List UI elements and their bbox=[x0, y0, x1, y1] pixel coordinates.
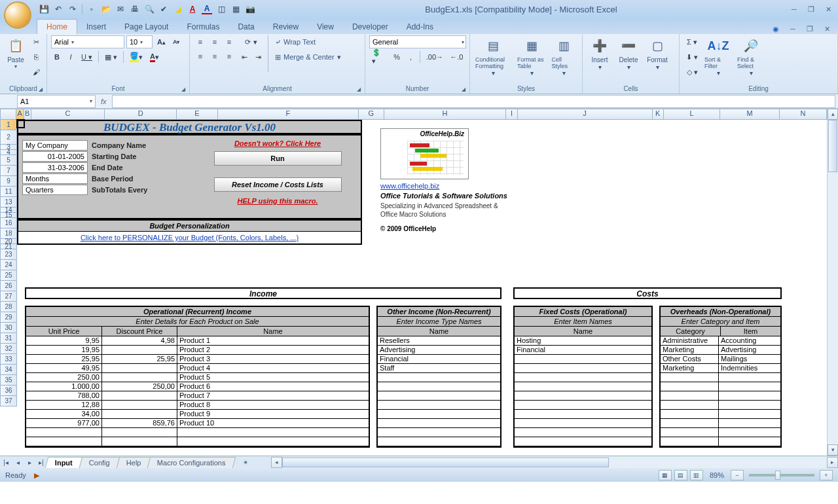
spreadsheet-grid[interactable]: ABCDEFGHIJKLMN 1234579111314151618202123… bbox=[0, 109, 827, 456]
reset-button[interactable]: Reset Income / Costs Lists bbox=[214, 177, 342, 192]
table-row[interactable] bbox=[515, 364, 651, 373]
row-header-37[interactable]: 37 bbox=[0, 396, 17, 406]
autosum-button[interactable]: Σ ▾ bbox=[683, 35, 701, 48]
row-header-24[interactable]: 24 bbox=[0, 260, 17, 270]
insert-cells-button[interactable]: ➕Insert ▾ bbox=[587, 35, 613, 72]
table-row[interactable] bbox=[378, 373, 500, 382]
cell-styles-button[interactable]: ▥Cell Styles ▾ bbox=[550, 35, 578, 78]
highlight-icon[interactable]: ◢ bbox=[173, 4, 183, 14]
dialog-launcher-icon[interactable]: ◢ bbox=[39, 86, 43, 92]
zoom-out-icon[interactable]: − bbox=[731, 470, 744, 480]
row-header-36[interactable]: 36 bbox=[0, 386, 17, 396]
tab-data[interactable]: Data bbox=[228, 20, 263, 34]
end-date-input[interactable]: 31-03-2006 bbox=[22, 162, 88, 173]
decrease-decimal-icon[interactable]: ←.0 bbox=[448, 50, 465, 63]
font-color-button[interactable]: A ▾ bbox=[147, 50, 162, 63]
doesnt-work-link[interactable]: Doesn't work? Click Here bbox=[206, 139, 350, 147]
minimize-button[interactable]: ─ bbox=[787, 4, 801, 14]
tab-add-ins[interactable]: Add-Ins bbox=[397, 20, 443, 34]
next-sheet-icon[interactable]: ▸ bbox=[24, 457, 35, 469]
paste-button[interactable]: 📋 Paste ▾ bbox=[4, 35, 27, 71]
mail-icon[interactable]: ✉ bbox=[115, 4, 126, 14]
table-row[interactable]: Staff bbox=[378, 364, 500, 373]
table-row[interactable]: Advertising bbox=[378, 346, 500, 355]
table-row[interactable] bbox=[661, 419, 780, 428]
tab-home[interactable]: Home bbox=[37, 19, 77, 34]
table-row[interactable] bbox=[515, 437, 651, 446]
conditional-formatting-button[interactable]: ▤Conditional Formatting ▾ bbox=[474, 35, 513, 78]
run-button[interactable]: Run bbox=[214, 151, 342, 166]
align-right-icon[interactable]: ≡ bbox=[223, 50, 236, 63]
wb-restore-button[interactable]: ❐ bbox=[803, 24, 817, 34]
company-input[interactable]: My Company bbox=[22, 140, 88, 151]
align-left-icon[interactable]: ≡ bbox=[194, 50, 207, 63]
clear-button[interactable]: ◇ ▾ bbox=[683, 65, 701, 79]
table-row[interactable] bbox=[515, 373, 651, 382]
decrease-indent-icon[interactable]: ⇤ bbox=[238, 50, 250, 63]
align-middle-icon[interactable]: ≡ bbox=[208, 35, 221, 48]
table-row[interactable] bbox=[26, 428, 369, 437]
increase-indent-icon[interactable]: ⇥ bbox=[252, 50, 264, 63]
table-row[interactable]: MarketingIndemnities bbox=[661, 364, 780, 373]
name-box[interactable]: A1▾ bbox=[17, 95, 96, 108]
undo-icon[interactable]: ↶ bbox=[53, 4, 64, 14]
col-header-A[interactable]: A bbox=[16, 109, 24, 120]
table-row[interactable]: 34,00Product 9 bbox=[26, 410, 369, 419]
table-row[interactable]: Other CostsMailings bbox=[661, 355, 780, 364]
table-row[interactable]: 19,95Product 2 bbox=[26, 346, 369, 355]
new-sheet-icon[interactable]: ✴ bbox=[240, 457, 251, 469]
font-size-combo[interactable]: 10▾ bbox=[126, 35, 153, 48]
row-header-34[interactable]: 34 bbox=[0, 365, 17, 375]
format-as-table-button[interactable]: ▦Format as Table ▾ bbox=[516, 35, 547, 78]
table-row[interactable] bbox=[515, 428, 651, 437]
font-name-combo[interactable]: Arial▾ bbox=[51, 35, 124, 48]
row-header-11[interactable]: 11 bbox=[0, 187, 17, 197]
table-row[interactable] bbox=[378, 401, 500, 410]
align-bottom-icon[interactable]: ≡ bbox=[223, 35, 236, 48]
table-row[interactable] bbox=[378, 391, 500, 401]
table-row[interactable]: Financial bbox=[378, 355, 500, 364]
cut-icon[interactable]: ✂ bbox=[30, 35, 43, 48]
table-row[interactable]: 977,00859,76Product 10 bbox=[26, 419, 369, 428]
table-row[interactable] bbox=[378, 437, 500, 446]
table-row[interactable]: 250,00Product 5 bbox=[26, 373, 369, 382]
table-row[interactable]: 788,00Product 7 bbox=[26, 391, 369, 401]
row-header-9[interactable]: 9 bbox=[0, 176, 17, 187]
page-break-view-icon[interactable]: ▥ bbox=[690, 470, 703, 480]
row-header-15[interactable]: 15 bbox=[0, 213, 17, 218]
wb-minimize-button[interactable]: ─ bbox=[786, 24, 800, 34]
col-header-I[interactable]: I bbox=[506, 109, 517, 120]
align-top-icon[interactable]: ≡ bbox=[194, 35, 207, 48]
scroll-left-icon[interactable]: ◂ bbox=[271, 457, 282, 468]
horizontal-scrollbar[interactable]: ◂ ▸ bbox=[271, 457, 838, 468]
row-header-5[interactable]: 5 bbox=[0, 155, 17, 166]
restore-button[interactable]: ❐ bbox=[804, 4, 818, 14]
select-all-corner[interactable] bbox=[0, 109, 16, 120]
row-header-32[interactable]: 32 bbox=[0, 344, 17, 354]
table-row[interactable] bbox=[661, 428, 780, 437]
camera-icon[interactable]: 📷 bbox=[245, 4, 255, 14]
zoom-in-icon[interactable]: + bbox=[820, 470, 833, 480]
col-header-L[interactable]: L bbox=[664, 109, 720, 120]
wrap-text-button[interactable]: ⤶Wrap Text bbox=[272, 35, 344, 48]
number-format-combo[interactable]: General▾ bbox=[369, 35, 466, 48]
underline-button[interactable]: U ▾ bbox=[79, 50, 95, 63]
table-row[interactable] bbox=[515, 410, 651, 419]
row-header-28[interactable]: 28 bbox=[0, 302, 17, 312]
format-cells-button[interactable]: ▢Format ▾ bbox=[644, 35, 670, 72]
fontcolor-a-icon[interactable]: A bbox=[202, 4, 212, 14]
open-icon[interactable]: 📂 bbox=[101, 4, 111, 14]
row-header-25[interactable]: 25 bbox=[0, 270, 17, 281]
quickprint-icon[interactable]: 🖶 bbox=[130, 4, 140, 14]
table-row[interactable] bbox=[515, 401, 651, 410]
tab-insert[interactable]: Insert bbox=[77, 20, 115, 34]
row-header-35[interactable]: 35 bbox=[0, 375, 17, 386]
tab-page-layout[interactable]: Page Layout bbox=[115, 20, 177, 34]
row-header-26[interactable]: 26 bbox=[0, 281, 17, 291]
office-button[interactable] bbox=[4, 1, 31, 29]
tab-developer[interactable]: Developer bbox=[343, 20, 397, 34]
hscroll-thumb[interactable] bbox=[282, 458, 609, 467]
scroll-down-icon[interactable]: ▾ bbox=[828, 444, 838, 456]
row-header-33[interactable]: 33 bbox=[0, 354, 17, 365]
vertical-scrollbar[interactable]: ▴ ▾ bbox=[827, 109, 838, 456]
